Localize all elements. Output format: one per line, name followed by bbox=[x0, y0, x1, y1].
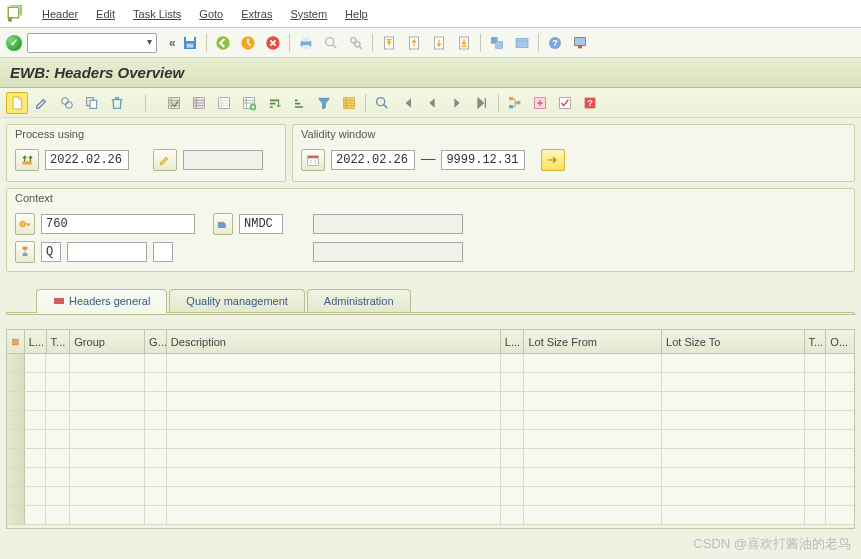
sort-desc-button[interactable] bbox=[288, 92, 310, 114]
create-button[interactable] bbox=[6, 92, 28, 114]
menu-task-lists[interactable]: Task Lists bbox=[125, 4, 189, 24]
grid-row[interactable] bbox=[7, 487, 854, 506]
process-change-input[interactable] bbox=[183, 150, 263, 170]
grid-col-group[interactable]: Group bbox=[70, 330, 145, 353]
watermark: CSDN @喜欢打酱油的老鸟 bbox=[693, 535, 851, 553]
grid-row[interactable] bbox=[7, 373, 854, 392]
last-button[interactable] bbox=[471, 92, 493, 114]
menu-bar: Header Edit Task Lists Goto Extras Syste… bbox=[0, 0, 861, 28]
grid-col-l1[interactable]: L... bbox=[25, 330, 47, 353]
cancel-button[interactable] bbox=[262, 32, 284, 54]
context-desc2-input[interactable] bbox=[313, 242, 463, 262]
prev-button[interactable] bbox=[421, 92, 443, 114]
export-button[interactable] bbox=[238, 92, 260, 114]
grid-row[interactable] bbox=[7, 411, 854, 430]
svg-rect-40 bbox=[308, 156, 319, 158]
first-button[interactable] bbox=[396, 92, 418, 114]
validity-apply-button[interactable] bbox=[541, 149, 565, 171]
svg-text:?: ? bbox=[587, 98, 593, 108]
next-button[interactable] bbox=[446, 92, 468, 114]
tab-label: Headers general bbox=[69, 295, 150, 307]
context-value2-input[interactable]: NMDC bbox=[239, 214, 283, 234]
menu-edit[interactable]: Edit bbox=[88, 4, 123, 24]
prev-page-button[interactable] bbox=[403, 32, 425, 54]
deselect-all-button[interactable] bbox=[188, 92, 210, 114]
data-grid: L... T... Group G... Description L... Lo… bbox=[6, 329, 855, 529]
exit-button[interactable] bbox=[237, 32, 259, 54]
menu-extras[interactable]: Extras bbox=[233, 4, 280, 24]
grid-col-t[interactable]: T... bbox=[47, 330, 71, 353]
validity-from-input[interactable]: 2022.02.26 bbox=[331, 150, 415, 170]
menu-system[interactable]: System bbox=[282, 4, 335, 24]
context-value1-input[interactable]: 760 bbox=[41, 214, 195, 234]
grid-col-g[interactable]: G... bbox=[145, 330, 167, 353]
layout-variant-button[interactable] bbox=[338, 92, 360, 114]
mass-change-button[interactable] bbox=[529, 92, 551, 114]
app-menu-icon[interactable] bbox=[6, 5, 24, 23]
grid-col-o[interactable]: O... bbox=[826, 330, 854, 353]
find-button[interactable] bbox=[320, 32, 342, 54]
grid-col-lot-to[interactable]: Lot Size To bbox=[662, 330, 805, 353]
sort-asc-button[interactable] bbox=[263, 92, 285, 114]
grid-col-t2[interactable]: T... bbox=[805, 330, 827, 353]
layout-button[interactable] bbox=[569, 32, 591, 54]
grid-row[interactable] bbox=[7, 449, 854, 468]
shortcut-button[interactable] bbox=[511, 32, 533, 54]
process-date-picker-button[interactable] bbox=[15, 149, 39, 171]
validity-calendar-button[interactable] bbox=[301, 149, 325, 171]
display-button[interactable] bbox=[56, 92, 78, 114]
svg-rect-38 bbox=[22, 161, 31, 165]
menu-goto[interactable]: Goto bbox=[191, 4, 231, 24]
tab-active-icon bbox=[53, 295, 65, 307]
svg-point-20 bbox=[62, 97, 69, 104]
help-button[interactable]: ? bbox=[544, 32, 566, 54]
enter-button[interactable]: ✓ bbox=[6, 35, 22, 51]
tab-administration[interactable]: Administration bbox=[307, 289, 411, 312]
print-button[interactable] bbox=[295, 32, 317, 54]
find-next-button[interactable] bbox=[345, 32, 367, 54]
menu-help[interactable]: Help bbox=[337, 4, 376, 24]
grid-row[interactable] bbox=[7, 468, 854, 487]
context-plant-icon[interactable] bbox=[213, 213, 233, 235]
table-settings-button[interactable] bbox=[213, 92, 235, 114]
grid-col-description[interactable]: Description bbox=[167, 330, 501, 353]
context-key-icon[interactable] bbox=[15, 213, 35, 235]
grid-row[interactable] bbox=[7, 506, 854, 525]
process-date-input[interactable]: 2022.02.26 bbox=[45, 150, 129, 170]
work-area: Process using 2022.02.26 Validity window… bbox=[0, 118, 861, 559]
next-page-button[interactable] bbox=[428, 32, 450, 54]
command-field[interactable] bbox=[27, 33, 157, 53]
context-value4-input[interactable] bbox=[67, 242, 147, 262]
grid-col-l2[interactable]: L... bbox=[501, 330, 525, 353]
details-button[interactable] bbox=[371, 92, 393, 114]
toolbar-collapse-icon[interactable]: « bbox=[169, 36, 176, 50]
grid-select-all[interactable] bbox=[7, 330, 25, 353]
select-all-button[interactable] bbox=[163, 92, 185, 114]
back-button[interactable] bbox=[212, 32, 234, 54]
filter-button[interactable] bbox=[313, 92, 335, 114]
tab-quality-management[interactable]: Quality management bbox=[169, 289, 305, 312]
tab-headers-general[interactable]: Headers general bbox=[36, 289, 167, 313]
app-help-button[interactable]: ? bbox=[579, 92, 601, 114]
context-value3-input[interactable]: Q bbox=[41, 242, 61, 262]
edit-button[interactable] bbox=[31, 92, 53, 114]
grid-col-lot-from[interactable]: Lot Size From bbox=[524, 330, 662, 353]
menu-header[interactable]: Header bbox=[34, 4, 86, 24]
new-session-button[interactable] bbox=[486, 32, 508, 54]
select-indicator-icon bbox=[11, 336, 20, 348]
validity-to-input[interactable]: 9999.12.31 bbox=[441, 150, 525, 170]
hierarchy-button[interactable] bbox=[504, 92, 526, 114]
grid-row[interactable] bbox=[7, 430, 854, 449]
last-page-button[interactable] bbox=[453, 32, 475, 54]
first-page-button[interactable] bbox=[378, 32, 400, 54]
grid-row[interactable] bbox=[7, 354, 854, 373]
copy-button[interactable] bbox=[81, 92, 103, 114]
context-value5-input[interactable] bbox=[153, 242, 173, 262]
delete-button[interactable] bbox=[106, 92, 128, 114]
context-type-icon[interactable] bbox=[15, 241, 35, 263]
process-change-button[interactable] bbox=[153, 149, 177, 171]
check-button[interactable] bbox=[554, 92, 576, 114]
save-button[interactable] bbox=[179, 32, 201, 54]
context-desc1-input[interactable] bbox=[313, 214, 463, 234]
grid-row[interactable] bbox=[7, 392, 854, 411]
